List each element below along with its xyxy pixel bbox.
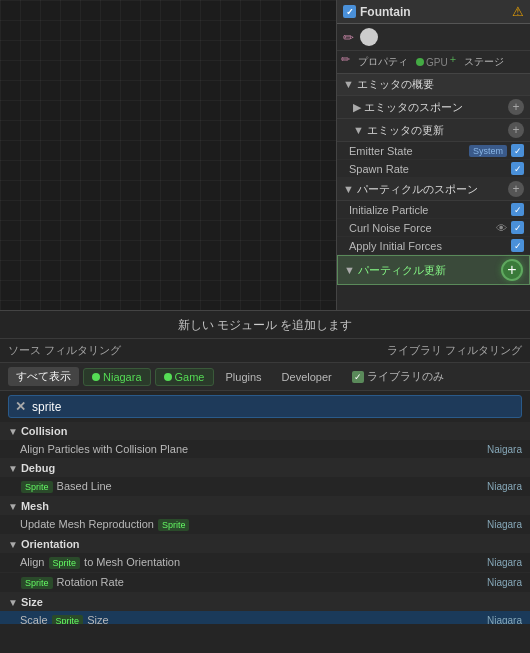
filter-row: ソース フィルタリング ライブラリ フィルタリング: [0, 339, 530, 363]
mesh-label: Mesh: [21, 500, 49, 512]
curl-noise-eye-icon[interactable]: 👁: [496, 222, 507, 234]
prop-init-particle: Initialize Particle ✓: [337, 201, 530, 219]
search-clear-btn[interactable]: ✕: [15, 399, 26, 414]
section-particle-update[interactable]: ▼パーティクル更新 +: [337, 255, 530, 285]
tab-properties[interactable]: プロパティ: [352, 53, 414, 71]
apply-forces-check[interactable]: ✓: [511, 239, 524, 252]
add-emitter-update-btn[interactable]: +: [508, 122, 524, 138]
result-sprite-based-line[interactable]: Sprite Based Line Niagara: [0, 477, 530, 497]
section-emitter-overview: ▼エミッタの概要: [337, 74, 530, 96]
align-collision-name: Align Particles with Collision Plane: [20, 443, 487, 455]
category-mesh[interactable]: ▼ Mesh: [0, 497, 530, 515]
spawn-rate-label: Spawn Rate: [349, 163, 511, 175]
category-collision[interactable]: ▼ Collision: [0, 422, 530, 440]
result-scale-sprite-size[interactable]: Scale Sprite Size Niagara: [0, 611, 530, 624]
tab-gpu[interactable]: GPU: [426, 57, 448, 68]
sprite-tag-orient2: Sprite: [21, 577, 53, 589]
sprite-tag-orient1: Sprite: [49, 557, 81, 569]
panel-title-bar: ✓ Fountain ⚠: [337, 0, 530, 24]
prop-apply-initial-forces: Apply Initial Forces ✓: [337, 237, 530, 255]
grid-background: [0, 0, 336, 310]
tab-game[interactable]: Game: [155, 368, 214, 386]
panel-title-left: ✓ Fountain: [343, 5, 411, 19]
sprite-tag-debug: Sprite: [21, 481, 53, 493]
library-tabs: すべて表示 Niagara Game Plugins Developer ✓ ラ…: [0, 363, 530, 391]
prop-curl-noise: Curl Noise Force 👁 ✓: [337, 219, 530, 237]
result-align-sprite-mesh[interactable]: Align Sprite to Mesh Orientation Niagara: [0, 553, 530, 573]
game-dot: [164, 373, 172, 381]
update-mesh-source: Niagara: [487, 519, 522, 530]
tab-plugins[interactable]: Plugins: [218, 369, 270, 385]
tab-developer[interactable]: Developer: [274, 369, 340, 385]
results-list: ▼ Collision Align Particles with Collisi…: [0, 422, 530, 624]
align-collision-source: Naigara: [487, 444, 522, 455]
circle-avatar: [360, 28, 378, 46]
sprite-based-line-name: Sprite Based Line: [20, 480, 487, 493]
section-particle-spawn[interactable]: ▼パーティクルのスポーン +: [337, 178, 530, 201]
sprite-rotation-rate-source: Niagara: [487, 577, 522, 588]
curl-noise-check[interactable]: ✓: [511, 221, 524, 234]
prop-emitter-state: Emitter State System ✓: [337, 142, 530, 160]
size-label: Size: [21, 596, 43, 608]
tab-plus-icon: +: [450, 53, 456, 71]
debug-label: Debug: [21, 462, 55, 474]
tab-all[interactable]: すべて表示: [8, 367, 79, 386]
result-update-mesh-reproduction[interactable]: Update Mesh Reproduction Sprite Niagara: [0, 515, 530, 535]
add-particle-spawn-btn[interactable]: +: [508, 181, 524, 197]
tab-library-only[interactable]: ✓ ライブラリのみ: [344, 367, 452, 386]
add-particle-update-btn[interactable]: +: [501, 259, 523, 281]
update-mesh-name: Update Mesh Reproduction Sprite: [20, 518, 487, 531]
library-only-check: ✓: [352, 371, 364, 383]
prop-spawn-rate: Spawn Rate ✓: [337, 160, 530, 178]
sprite-tag-mesh: Sprite: [158, 519, 190, 531]
pencil-icon: ✏: [343, 30, 354, 45]
sprite-rotation-rate-name: Sprite Rotation Rate: [20, 576, 487, 589]
search-input[interactable]: [32, 400, 515, 414]
source-filter-label: ソース フィルタリング: [8, 343, 121, 358]
fountain-checkbox[interactable]: ✓: [343, 5, 356, 18]
orientation-label: Orientation: [21, 538, 80, 550]
align-sprite-mesh-name: Align Sprite to Mesh Orientation: [20, 556, 487, 569]
panel-tabs: ✏ プロパティ GPU + ステージ: [337, 51, 530, 74]
align-sprite-mesh-source: Niagara: [487, 557, 522, 568]
sprite-tag-size1: Sprite: [52, 615, 84, 624]
category-size[interactable]: ▼ Size: [0, 593, 530, 611]
init-particle-label: Initialize Particle: [349, 204, 511, 216]
emitter-state-check[interactable]: ✓: [511, 144, 524, 157]
niagara-panel: ✓ Fountain ⚠ ✏ ✏ プロパティ GPU + ステージ ▼エミッタの…: [336, 0, 530, 310]
library-filter-label: ライブラリ フィルタリング: [387, 343, 522, 358]
section-emitter-spawn[interactable]: ▶エミッタのスポーン +: [337, 96, 530, 119]
scale-sprite-size-source: Niagara: [487, 615, 522, 624]
section-emitter-update[interactable]: ▼エミッタの更新 +: [337, 119, 530, 142]
popup-title: 新しい モジュール を追加します: [178, 318, 353, 332]
warning-icon: ⚠: [512, 4, 524, 19]
pencil-tab-icon: ✏: [341, 53, 350, 71]
emitter-state-label: Emitter State: [349, 145, 469, 157]
category-debug[interactable]: ▼ Debug: [0, 459, 530, 477]
result-align-collision[interactable]: Align Particles with Collision Plane Nai…: [0, 440, 530, 459]
result-sprite-rotation-rate[interactable]: Sprite Rotation Rate Niagara: [0, 573, 530, 593]
niagara-dot: [92, 373, 100, 381]
popup-header: 新しい モジュール を追加します: [0, 311, 530, 339]
search-bar: ✕: [8, 395, 522, 418]
collision-label: Collision: [21, 425, 67, 437]
curl-noise-label: Curl Noise Force: [349, 222, 496, 234]
tab-stage[interactable]: ステージ: [458, 53, 510, 71]
panel-title: Fountain: [360, 5, 411, 19]
panel-icon-row: ✏: [337, 24, 530, 51]
emitter-state-tag: System: [469, 145, 507, 157]
category-orientation[interactable]: ▼ Orientation: [0, 535, 530, 553]
sprite-based-line-source: Niagara: [487, 481, 522, 492]
init-particle-check[interactable]: ✓: [511, 203, 524, 216]
spawn-rate-check[interactable]: ✓: [511, 162, 524, 175]
tab-niagara[interactable]: Niagara: [83, 368, 151, 386]
apply-forces-label: Apply Initial Forces: [349, 240, 511, 252]
gpu-dot: [416, 58, 424, 66]
module-picker-popup: 新しい モジュール を追加します ソース フィルタリング ライブラリ フィルタリ…: [0, 310, 530, 653]
add-emitter-spawn-btn[interactable]: +: [508, 99, 524, 115]
scale-sprite-size-name: Scale Sprite Size: [20, 614, 487, 624]
